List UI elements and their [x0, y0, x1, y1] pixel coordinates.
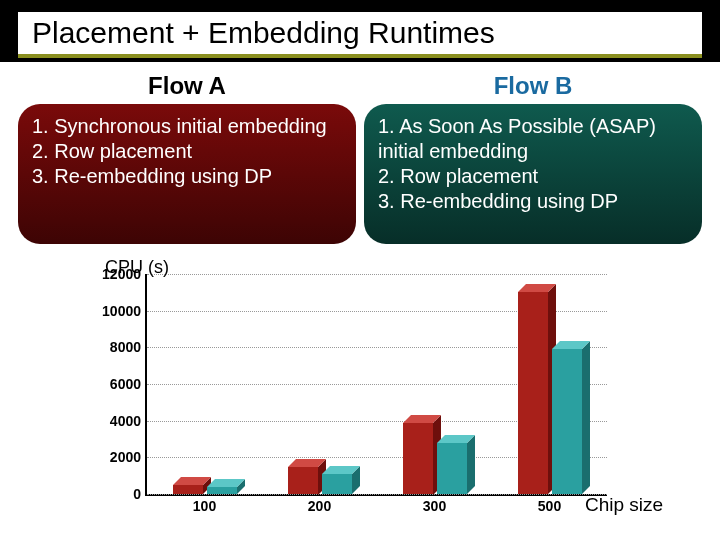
- ytick-label: 6000: [110, 376, 147, 392]
- flow-a-box: 1. Synchronous initial embedding2. Row p…: [18, 104, 356, 244]
- bar-flow-b: [322, 474, 352, 494]
- chart-xlabel: Chip size: [585, 494, 663, 516]
- bar-flow-b: [552, 349, 582, 494]
- xtick-label: 200: [262, 494, 377, 514]
- bar-group: 100: [147, 274, 262, 494]
- flow-b-heading: Flow B: [364, 72, 702, 100]
- bar-flow-a: [403, 423, 433, 495]
- xtick-label: 300: [377, 494, 492, 514]
- chart: 020004000600080001000012000100200300500: [95, 274, 625, 496]
- bar-flow-b: [207, 487, 237, 494]
- bar-flow-a: [173, 485, 203, 494]
- flow-b-column: Flow B 1. As Soon As Possible (ASAP) ini…: [364, 72, 702, 244]
- bar-group: 200: [262, 274, 377, 494]
- bar-flow-a: [518, 292, 548, 494]
- bar-group: 300: [377, 274, 492, 494]
- ytick-label: 8000: [110, 339, 147, 355]
- ytick-label: 2000: [110, 449, 147, 465]
- bar-flow-a: [288, 467, 318, 495]
- title-bar: Placement + Embedding Runtimes: [0, 0, 720, 62]
- ytick-label: 12000: [102, 266, 147, 282]
- flow-b-box: 1. As Soon As Possible (ASAP) initial em…: [364, 104, 702, 244]
- ytick-label: 0: [133, 486, 147, 502]
- flow-a-column: Flow A 1. Synchronous initial embedding2…: [18, 72, 356, 244]
- ytick-label: 10000: [102, 303, 147, 319]
- slide: Placement + Embedding Runtimes Flow A 1.…: [0, 0, 720, 540]
- flow-a-heading: Flow A: [18, 72, 356, 100]
- xtick-label: 100: [147, 494, 262, 514]
- bar-flow-b: [437, 443, 467, 494]
- bar-group: 500: [492, 274, 607, 494]
- ytick-label: 4000: [110, 413, 147, 429]
- bar-groups: 100200300500: [147, 274, 607, 494]
- slide-title: Placement + Embedding Runtimes: [18, 12, 702, 58]
- columns: Flow A 1. Synchronous initial embedding2…: [0, 62, 720, 250]
